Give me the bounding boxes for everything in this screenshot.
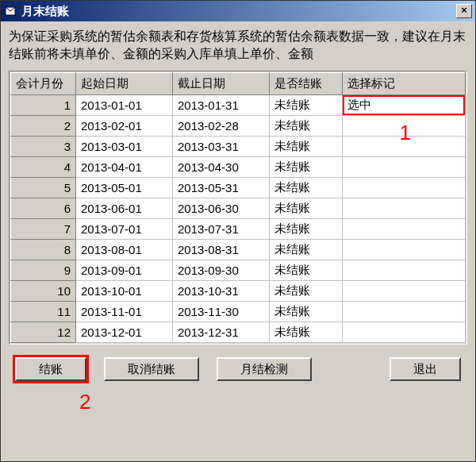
cell-end[interactable]: 2013-08-31 [173, 240, 270, 260]
cell-end[interactable]: 2013-10-31 [173, 281, 270, 302]
col-month[interactable]: 会计月份 [11, 73, 76, 95]
button-row: 结账 取消结账 月结检测 退出 [9, 354, 467, 389]
cell-start[interactable]: 2013-01-01 [76, 95, 173, 116]
app-icon [4, 5, 17, 17]
cell-select[interactable] [343, 322, 466, 343]
cell-month[interactable]: 9 [11, 260, 76, 281]
cell-month[interactable]: 3 [11, 137, 76, 157]
close-account-button[interactable]: 结账 [15, 357, 86, 381]
table-row[interactable]: 122013-12-012013-12-31未结账 [11, 322, 466, 343]
cell-select[interactable]: 选中 [343, 95, 466, 116]
table-row[interactable]: 102013-10-012013-10-31未结账 [11, 281, 466, 302]
cell-select[interactable] [343, 116, 466, 137]
cell-select[interactable] [343, 137, 466, 157]
cell-start[interactable]: 2013-03-01 [76, 137, 173, 157]
cell-month[interactable]: 2 [11, 116, 76, 137]
month-check-button[interactable]: 月结检测 [217, 357, 312, 381]
cell-select[interactable] [343, 281, 466, 302]
table-row[interactable]: 62013-06-012013-06-30未结账 [11, 198, 466, 219]
table-row[interactable]: 42013-04-012013-04-30未结账 [11, 157, 466, 178]
cell-status[interactable]: 未结账 [270, 302, 343, 322]
close-icon[interactable]: × [456, 4, 472, 18]
cell-status[interactable]: 未结账 [270, 281, 343, 302]
content-area: 为保证采购系统的暂估余额表和存货核算系统的暂估余额表数据一致，建议在月末结账前将… [1, 21, 475, 461]
cell-end[interactable]: 2013-11-30 [173, 302, 270, 322]
cell-end[interactable]: 2013-07-31 [173, 219, 270, 240]
cell-end[interactable]: 2013-05-31 [173, 178, 270, 198]
cell-month[interactable]: 11 [11, 302, 76, 322]
table-row[interactable]: 92013-09-012013-09-30未结账 [11, 260, 466, 281]
cell-start[interactable]: 2013-10-01 [76, 281, 173, 302]
cell-select[interactable] [343, 302, 466, 322]
cell-select[interactable] [343, 178, 466, 198]
cell-month[interactable]: 5 [11, 178, 76, 198]
cell-status[interactable]: 未结账 [270, 198, 343, 219]
cell-start[interactable]: 2013-06-01 [76, 198, 173, 219]
cell-status[interactable]: 未结账 [270, 157, 343, 178]
table-row[interactable]: 22013-02-012013-02-28未结账 [11, 116, 466, 137]
window-title: 月末结账 [21, 4, 456, 19]
cell-start[interactable]: 2013-09-01 [76, 260, 173, 281]
cell-month[interactable]: 4 [11, 157, 76, 178]
cell-status[interactable]: 未结账 [270, 116, 343, 137]
table-row[interactable]: 112013-11-012013-11-30未结账 [11, 302, 466, 322]
cell-end[interactable]: 2013-02-28 [173, 116, 270, 137]
data-grid: 会计月份 起始日期 截止日期 是否结账 选择标记 12013-01-012013… [9, 71, 467, 345]
cell-status[interactable]: 未结账 [270, 95, 343, 116]
exit-button[interactable]: 退出 [390, 357, 461, 381]
cell-end[interactable]: 2013-09-30 [173, 260, 270, 281]
cell-end[interactable]: 2013-04-30 [173, 157, 270, 178]
cancel-close-button[interactable]: 取消结账 [104, 357, 199, 381]
cell-status[interactable]: 未结账 [270, 178, 343, 198]
cell-select[interactable] [343, 260, 466, 281]
cell-month[interactable]: 12 [11, 322, 76, 343]
dialog-window: 月末结账 × 为保证采购系统的暂估余额表和存货核算系统的暂估余额表数据一致，建议… [0, 0, 476, 462]
cell-status[interactable]: 未结账 [270, 137, 343, 157]
cell-month[interactable]: 1 [11, 95, 76, 116]
cell-month[interactable]: 10 [11, 281, 76, 302]
table-row[interactable]: 52013-05-012013-05-31未结账 [11, 178, 466, 198]
instruction-text: 为保证采购系统的暂估余额表和存货核算系统的暂估余额表数据一致，建议在月末结账前将… [9, 28, 467, 63]
cell-start[interactable]: 2013-04-01 [76, 157, 173, 178]
header-row: 会计月份 起始日期 截止日期 是否结账 选择标记 [11, 73, 466, 95]
col-end[interactable]: 截止日期 [173, 73, 270, 95]
cell-start[interactable]: 2013-08-01 [76, 240, 173, 260]
cell-start[interactable]: 2013-02-01 [76, 116, 173, 137]
cell-select[interactable] [343, 240, 466, 260]
col-start[interactable]: 起始日期 [76, 73, 173, 95]
cell-end[interactable]: 2013-01-31 [173, 95, 270, 116]
cell-select[interactable] [343, 219, 466, 240]
cell-end[interactable]: 2013-03-31 [173, 137, 270, 157]
table-row[interactable]: 12013-01-012013-01-31未结账选中 [11, 95, 466, 116]
annotation-2: 2 [79, 390, 90, 414]
table-row[interactable]: 72013-07-012013-07-31未结账 [11, 219, 466, 240]
cell-start[interactable]: 2013-11-01 [76, 302, 173, 322]
cell-end[interactable]: 2013-12-31 [173, 322, 270, 343]
col-status[interactable]: 是否结账 [270, 73, 343, 95]
cell-select[interactable] [343, 198, 466, 219]
titlebar: 月末结账 × [1, 1, 475, 21]
cell-status[interactable]: 未结账 [270, 240, 343, 260]
cell-month[interactable]: 7 [11, 219, 76, 240]
cell-start[interactable]: 2013-07-01 [76, 219, 173, 240]
cell-start[interactable]: 2013-12-01 [76, 322, 173, 343]
cell-end[interactable]: 2013-06-30 [173, 198, 270, 219]
cell-status[interactable]: 未结账 [270, 322, 343, 343]
cell-start[interactable]: 2013-05-01 [76, 178, 173, 198]
cell-select[interactable] [343, 157, 466, 178]
cell-status[interactable]: 未结账 [270, 260, 343, 281]
table-row[interactable]: 32013-03-012013-03-31未结账 [11, 137, 466, 157]
cell-month[interactable]: 6 [11, 198, 76, 219]
col-select[interactable]: 选择标记 [343, 73, 466, 95]
table-row[interactable]: 82013-08-012013-08-31未结账 [11, 240, 466, 260]
cell-month[interactable]: 8 [11, 240, 76, 260]
cell-status[interactable]: 未结账 [270, 219, 343, 240]
